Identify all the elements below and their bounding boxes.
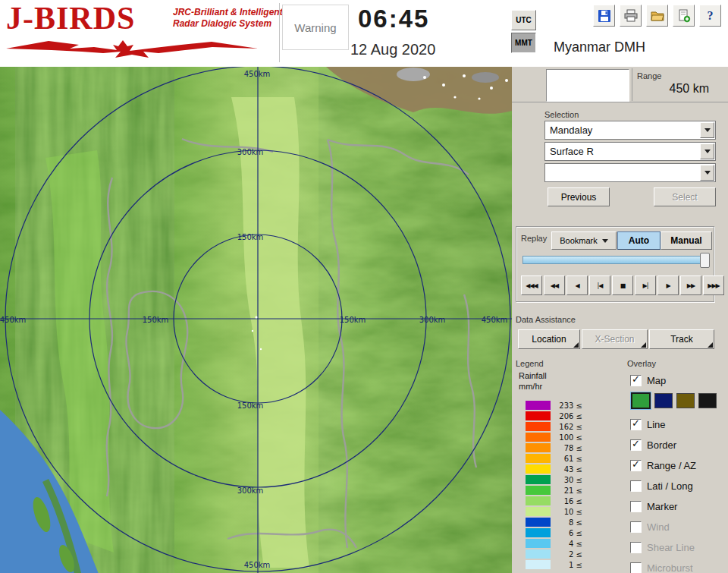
ring-label: 150km (143, 316, 169, 324)
overlay-row-shear-line[interactable]: Shear Line (630, 540, 695, 554)
wind-checkbox[interactable] (630, 521, 642, 533)
clock-time: 06:45 (358, 5, 429, 33)
print-button[interactable] (620, 5, 642, 27)
line-checkbox[interactable] (630, 419, 642, 430)
overlay-row-lati-long[interactable]: Lati / Long (630, 479, 693, 493)
selection-label: Selection (544, 110, 579, 119)
legend-title: Rainfall (519, 371, 547, 380)
warning-indicator: Warning (282, 5, 349, 50)
overlay-row-range-az[interactable]: Range / AZ (630, 458, 696, 472)
open-folder-button[interactable] (646, 5, 668, 27)
legend-color-swatch (526, 539, 551, 548)
select-button[interactable]: Select (654, 187, 716, 206)
legend-color-swatch (526, 496, 551, 505)
play-reverse-button[interactable]: ◀ (566, 275, 588, 295)
open-folder-icon (651, 9, 664, 23)
play-button[interactable]: ▶ (657, 275, 679, 295)
map-color-swatch-olive[interactable] (676, 393, 695, 408)
map-color-swatch-navy[interactable] (654, 393, 673, 408)
location-button[interactable]: Location (518, 329, 580, 349)
overlay-item-label: Marker (647, 501, 677, 512)
x-section-button[interactable]: X-Section (582, 329, 648, 349)
legend-value: 2 ≤ (551, 550, 582, 559)
overlay-item-label: Border (647, 439, 676, 451)
seek-start-button[interactable]: ◀◀◀ (521, 275, 542, 295)
ring-label: 450km (482, 316, 508, 324)
legend-row: 206 ≤ (526, 411, 582, 421)
overlay-item-label: Wind (647, 521, 670, 533)
ring-label: 450km (244, 70, 271, 78)
product-dropdown-button[interactable] (700, 143, 714, 159)
overlay-row-border[interactable]: Border (630, 438, 676, 452)
app-logo-tagline: JRC-Brilliant & Intelligent Radar Dialog… (173, 7, 283, 30)
legend-color-swatch (526, 475, 551, 484)
legend-value: 162 ≤ (551, 423, 582, 431)
step-back-button[interactable]: |◀ (589, 275, 610, 295)
x-section-button-label: X-Section (595, 334, 634, 345)
step-forward-button[interactable]: ▶| (635, 275, 656, 295)
extra-dropdown-button[interactable] (700, 165, 714, 181)
overlay-row-map[interactable]: Map (630, 373, 666, 387)
legend-row: 2 ≤ (526, 549, 582, 559)
legend-value: 100 ≤ (551, 433, 582, 442)
marker-checkbox[interactable] (630, 501, 642, 512)
legend-row: 10 ≤ (526, 506, 582, 517)
product-dropdown[interactable]: Surface R (544, 142, 716, 161)
timeline-slider-handle[interactable] (700, 253, 710, 268)
shear-line-checkbox[interactable] (630, 542, 642, 553)
site-dropdown[interactable]: Mandalay (544, 121, 716, 140)
radar-map[interactable]: 450km 300km 150km 150km 300km 450km 450k… (0, 67, 512, 573)
overlay-row-line[interactable]: Line (630, 417, 666, 431)
legend-row: 100 ≤ (526, 432, 582, 442)
legend-value: 61 ≤ (551, 455, 582, 463)
legend-color-swatch (526, 443, 551, 452)
legend-row: 61 ≤ (526, 453, 582, 464)
site-dropdown-button[interactable] (700, 122, 714, 138)
overlay-item-label: Line (647, 419, 666, 430)
radar-map-canvas: 450km 300km 150km 150km 300km 450km 450k… (0, 67, 512, 573)
corner-mark-icon (641, 342, 646, 348)
legend-row: 162 ≤ (526, 421, 582, 432)
legend-color-swatch (526, 549, 551, 559)
playback-controls: ◀◀◀ ◀◀ ◀ |◀ ■ ▶| ▶ ▶▶ ▶▶▶ (521, 275, 724, 295)
manual-mode-button[interactable]: Manual (661, 231, 712, 250)
overlay-row-wind[interactable]: Wind (630, 520, 670, 534)
utc-button[interactable]: UTC (511, 10, 536, 30)
fast-forward-button[interactable]: ▶▶ (680, 275, 701, 295)
replay-group: Replay Bookmark Auto Manual ◀◀◀ ◀◀ ◀ |◀ … (516, 226, 714, 302)
border-checkbox[interactable] (630, 439, 642, 451)
bookmark-button[interactable]: Bookmark (551, 231, 617, 250)
bookmark-button-label: Bookmark (560, 236, 598, 245)
clock-date: 12 Aug 2020 (350, 41, 435, 58)
save-button[interactable] (593, 5, 615, 27)
product-dropdown-value: Surface R (550, 146, 594, 157)
stop-button[interactable]: ■ (612, 275, 633, 295)
track-button[interactable]: Track (649, 329, 714, 349)
map-color-swatch-green[interactable] (631, 392, 651, 409)
overlay-label: Overlay (627, 359, 656, 368)
legend-row: 43 ≤ (526, 464, 582, 474)
range-az-checkbox[interactable] (630, 460, 642, 471)
microburst-checkbox[interactable] (630, 562, 642, 573)
tagline-line1: JRC-Brilliant & Intelligent (173, 7, 283, 18)
help-icon: ? (708, 9, 714, 23)
map-color-swatch-black[interactable] (698, 393, 717, 408)
seek-end-button[interactable]: ▶▶▶ (703, 275, 724, 295)
fast-rewind-button[interactable]: ◀◀ (544, 275, 565, 295)
legend-row: 21 ≤ (526, 485, 582, 496)
auto-mode-button[interactable]: Auto (617, 231, 661, 250)
map-checkbox[interactable] (630, 375, 642, 386)
extra-dropdown[interactable] (544, 163, 716, 182)
station-title: Myanmar DMH (554, 39, 645, 55)
overlay-row-marker[interactable]: Marker (630, 499, 677, 513)
header-divider (279, 3, 280, 62)
overlay-row-microburst[interactable]: Microburst (630, 561, 693, 573)
export-button[interactable] (673, 5, 695, 27)
replay-timeline-slider[interactable] (522, 256, 708, 264)
lati-long-checkbox[interactable] (630, 480, 642, 492)
mmt-button[interactable]: MMT (511, 33, 536, 53)
previous-button[interactable]: Previous (548, 187, 610, 206)
header-bar: J-BIRDS JRC-Brilliant & Intelligent Rada… (0, 0, 728, 68)
overlay-item-label: Shear Line (647, 542, 695, 553)
help-button[interactable]: ? (699, 5, 721, 27)
